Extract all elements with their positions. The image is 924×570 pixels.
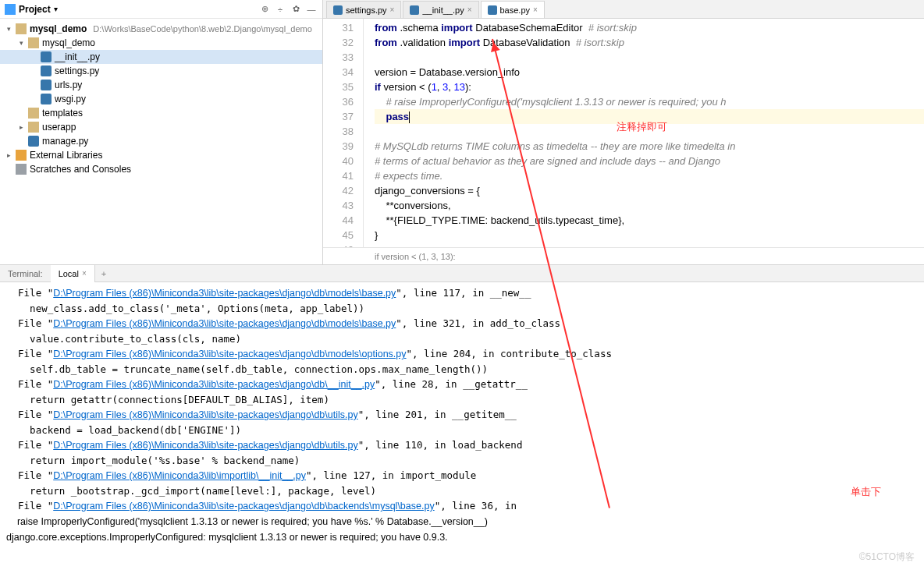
annotation-note-1: 注释掉即可 <box>617 120 667 134</box>
terminal-header: Terminal: Local× + <box>0 265 924 282</box>
close-icon[interactable]: × <box>533 5 538 14</box>
tree-file-wsgi[interactable]: wsgi.py <box>0 92 322 106</box>
tree-file-urls[interactable]: urls.py <box>0 78 322 92</box>
add-terminal-button[interactable]: + <box>95 269 112 278</box>
editor-tabs: settings.py× __init__.py× base.py× <box>323 0 924 19</box>
terminal-tab-local[interactable]: Local× <box>51 265 95 282</box>
tree-folder-templates[interactable]: templates <box>0 106 322 120</box>
tree-file-manage[interactable]: manage.py <box>0 134 322 148</box>
dropdown-icon[interactable]: ▾ <box>54 5 58 13</box>
close-icon[interactable]: × <box>467 5 472 14</box>
collapse-icon[interactable]: ÷ <box>274 3 286 16</box>
watermark: ©51CTO博客 <box>859 551 915 564</box>
tree-scratches[interactable]: Scratches and Consoles <box>0 162 322 176</box>
tab-base[interactable]: base.py× <box>481 1 545 18</box>
tree-folder[interactable]: ▾mysql_demo <box>0 36 322 50</box>
gear-icon[interactable]: ✿ <box>290 3 302 16</box>
project-sidebar: Project ▾ ⊕ ÷ ✿ — ▾mysql_demoD:\Works\Ba… <box>0 0 323 264</box>
terminal-panel: Terminal: Local× + File "D:\Program File… <box>0 265 924 564</box>
breadcrumb[interactable]: if version < (1, 3, 13): <box>323 247 924 264</box>
sidebar-header: Project ▾ ⊕ ÷ ✿ — <box>0 0 322 19</box>
close-icon[interactable]: × <box>82 269 87 278</box>
terminal-label: Terminal: <box>0 269 51 278</box>
tree-file-settings[interactable]: settings.py <box>0 64 322 78</box>
tree-root[interactable]: ▾mysql_demoD:\Works\BaseCode\python\8.we… <box>0 22 322 36</box>
project-tree: ▾mysql_demoD:\Works\BaseCode\python\8.we… <box>0 19 322 264</box>
tab-init[interactable]: __init__.py× <box>403 1 478 18</box>
tree-file-init[interactable]: __init__.py <box>0 50 322 64</box>
close-icon[interactable]: × <box>390 5 395 14</box>
project-icon <box>5 4 16 15</box>
project-label[interactable]: Project <box>19 4 51 15</box>
tab-settings[interactable]: settings.py× <box>326 1 401 18</box>
tree-ext-libs[interactable]: ▸External Libraries <box>0 148 322 162</box>
hide-icon[interactable]: — <box>305 3 318 16</box>
terminal-output[interactable]: File "D:\Program Files (x86)\Miniconda3\… <box>0 282 924 564</box>
annotation-note-2: 单击下 <box>851 485 881 499</box>
tree-folder-userapp[interactable]: ▸userapp <box>0 120 322 134</box>
target-icon[interactable]: ⊕ <box>258 3 271 16</box>
line-gutter: 31323334353637383940414243444546 <box>323 19 364 247</box>
